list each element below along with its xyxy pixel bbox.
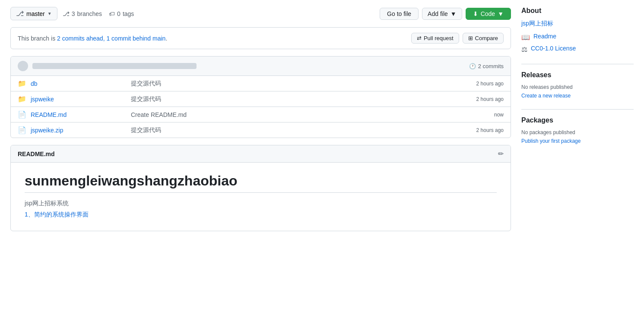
commit-message: Create README.md (131, 111, 489, 118)
branch-tag-info: ⎇ 3 branches 🏷 0 tags (63, 10, 134, 17)
readme-header: README.md ✏ (11, 145, 511, 163)
packages-title: Packages (521, 116, 634, 124)
folder-icon: 📁 (18, 79, 25, 88)
balance-icon: ⚖ (521, 45, 527, 53)
commit-count: 🕐 2 commits (469, 63, 504, 69)
main-content: ⎇ master ▼ ⎇ 3 branches 🏷 0 tags Go to f… (10, 7, 511, 231)
table-row: 📄 jspweike.zip 提交源代码 2 hours ago (11, 122, 511, 138)
code-chevron-icon: ▼ (498, 10, 504, 17)
releases-title: Releases (521, 71, 634, 79)
commit-message: 提交源代码 (131, 80, 471, 88)
table-row: 📄 README.md Create README.md now (11, 107, 511, 122)
license-row: ⚖ CC0-1.0 License (521, 45, 634, 53)
file-link[interactable]: jspweike.zip (31, 127, 126, 134)
pull-request-label: Pull request (424, 35, 454, 41)
about-section: About jsp网上招标 📖 Readme ⚖ CC0-1.0 License (521, 7, 634, 53)
sidebar-divider (521, 64, 634, 64)
table-row: 📁 db 提交源代码 2 hours ago (11, 76, 511, 91)
branches-link[interactable]: ⎇ 3 branches (63, 10, 102, 17)
branches-label: branches (77, 10, 102, 17)
readme-row: 📖 Readme (521, 33, 634, 41)
add-file-button[interactable]: Add file ▼ (422, 8, 462, 20)
file-table: 🕐 2 commits 📁 db 提交源代码 2 hours ago 📁 jsp… (10, 56, 511, 138)
branch-icon: ⎇ (16, 9, 24, 18)
file-time: 2 hours ago (476, 96, 504, 102)
file-link[interactable]: README.md (31, 111, 126, 118)
code-button[interactable]: ⬇ Code ▼ (466, 8, 511, 20)
commit-message-bar (32, 63, 197, 69)
folder-icon: 📁 (18, 95, 25, 103)
file-link[interactable]: db (31, 80, 126, 87)
tags-label: tags (123, 10, 134, 17)
file-icon: 📄 (18, 126, 25, 134)
go-to-file-button[interactable]: Go to file (380, 8, 419, 20)
main-branch-link[interactable]: main (152, 35, 165, 42)
branch-banner-actions: ⇄ Pull request ⊞ Compare (411, 33, 504, 44)
file-time: 2 hours ago (476, 81, 504, 87)
tags-link[interactable]: 🏷 0 tags (109, 10, 134, 17)
branch-count-icon: ⎇ (63, 10, 70, 17)
readme-h1: sunmengleiwangshangzhaobiao (25, 173, 497, 193)
add-file-chevron-icon: ▼ (450, 10, 457, 17)
readme-section: README.md ✏ sunmengleiwangshangzhaobiao … (10, 145, 511, 231)
download-icon: ⬇ (473, 10, 478, 17)
branch-selector[interactable]: ⎇ master ▼ (10, 7, 57, 20)
book-icon: 📖 (521, 33, 530, 41)
file-icon: 📄 (18, 110, 25, 119)
commit-message: 提交源代码 (131, 126, 471, 134)
edit-icon[interactable]: ✏ (498, 150, 504, 158)
pull-request-icon: ⇄ (417, 35, 422, 41)
code-label: Code (481, 10, 495, 17)
compare-label: Compare (475, 35, 498, 41)
releases-section: Releases No releases published Create a … (521, 71, 634, 99)
sidebar: About jsp网上招标 📖 Readme ⚖ CC0-1.0 License… (521, 7, 634, 231)
sidebar-divider-2 (521, 109, 634, 110)
toolbar-right: Go to file Add file ▼ ⬇ Code ▼ (380, 8, 511, 20)
readme-list-item: 1、简约的系统操作界面 (25, 211, 497, 219)
toolbar: ⎇ master ▼ ⎇ 3 branches 🏷 0 tags Go to f… (10, 7, 511, 20)
file-time: 2 hours ago (476, 127, 504, 133)
no-releases-text: No releases published (521, 84, 634, 90)
branch-count: 3 (72, 10, 75, 17)
branch-banner-text: This branch is 2 commits ahead, 1 commit… (18, 35, 167, 42)
commit-message: 提交源代码 (131, 95, 471, 103)
packages-section: Packages No packages published Publish y… (521, 116, 634, 144)
about-title: About (521, 7, 634, 15)
compare-icon: ⊞ (468, 35, 473, 41)
clock-icon: 🕐 (469, 63, 476, 69)
compare-button[interactable]: ⊞ Compare (463, 33, 504, 44)
tag-count: 0 (117, 10, 121, 17)
branch-label: master (26, 10, 45, 17)
commits-ahead-link[interactable]: 2 commits ahead, (57, 35, 105, 42)
tag-icon: 🏷 (109, 10, 115, 17)
file-time: now (494, 112, 504, 118)
readme-content: sunmengleiwangshangzhaobiao jsp网上招标系统 1、… (11, 163, 511, 231)
file-link[interactable]: jspweike (31, 96, 126, 103)
file-table-header: 🕐 2 commits (11, 57, 511, 76)
no-packages-text: No packages published (521, 129, 634, 135)
commits-count-label: 2 commits (478, 63, 504, 69)
repo-description-link[interactable]: jsp网上招标 (521, 20, 634, 28)
commits-behind-link[interactable]: 1 commit behind (106, 35, 151, 42)
publish-package-link[interactable]: Publish your first package (521, 138, 581, 144)
readme-title: README.md (18, 151, 55, 157)
license-link[interactable]: CC0-1.0 License (531, 45, 576, 52)
avatar (18, 61, 28, 71)
chevron-down-icon: ▼ (48, 11, 52, 16)
branch-banner: This branch is 2 commits ahead, 1 commit… (10, 27, 511, 49)
pull-request-button[interactable]: ⇄ Pull request (411, 33, 459, 44)
table-row: 📁 jspweike 提交源代码 2 hours ago (11, 91, 511, 107)
create-release-link[interactable]: Create a new release (521, 93, 571, 99)
add-file-label: Add file (428, 10, 448, 17)
readme-subtitle: jsp网上招标系统 (25, 200, 497, 207)
readme-link[interactable]: Readme (533, 33, 556, 40)
